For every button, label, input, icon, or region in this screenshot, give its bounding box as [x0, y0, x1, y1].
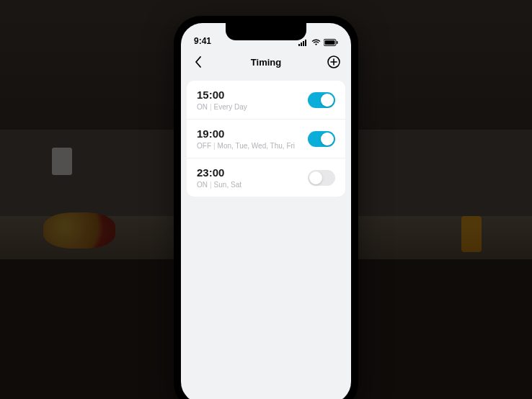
- svg-rect-5: [325, 40, 335, 45]
- timer-action: ON: [197, 103, 208, 111]
- timer-schedule: ON | Every Day: [197, 103, 247, 111]
- phone-screen: 9:41: [181, 23, 351, 399]
- timer-time: 15:00: [197, 89, 247, 101]
- screen-header: Timing: [181, 48, 351, 76]
- timer-toggle[interactable]: [308, 170, 335, 186]
- timer-action: OFF: [197, 142, 211, 150]
- separator: |: [210, 181, 212, 189]
- toggle-knob: [321, 133, 334, 145]
- status-time: 9:41: [194, 36, 211, 46]
- separator: |: [213, 142, 216, 150]
- wifi-icon: [311, 39, 321, 46]
- status-indicators: [298, 39, 338, 46]
- add-button[interactable]: [327, 55, 341, 69]
- battery-icon: [324, 39, 338, 46]
- timer-schedule: ON | Sun, Sat: [197, 181, 241, 189]
- timer-row[interactable]: 15:00 ON | Every Day: [187, 81, 345, 120]
- svg-rect-3: [305, 40, 306, 46]
- timer-time: 23:00: [197, 166, 241, 179]
- timer-days: Mon, Tue, Wed, Thu, Fri: [218, 142, 295, 150]
- timers-card: 15:00 ON | Every Day 19:00 OFF |: [187, 81, 345, 197]
- chevron-left-icon: [195, 56, 202, 68]
- timer-toggle[interactable]: [308, 131, 335, 147]
- timer-row[interactable]: 19:00 OFF | Mon, Tue, Wed, Thu, Fri: [187, 120, 345, 158]
- toggle-knob: [321, 94, 334, 107]
- svg-rect-0: [298, 44, 300, 46]
- timer-schedule: OFF | Mon, Tue, Wed, Thu, Fri: [197, 142, 295, 150]
- signal-icon: [298, 39, 309, 46]
- svg-rect-6: [337, 41, 338, 44]
- timer-days: Sun, Sat: [214, 181, 241, 189]
- svg-rect-1: [301, 42, 302, 46]
- phone-frame: 9:41: [174, 16, 358, 399]
- separator: |: [210, 103, 212, 111]
- notch: [226, 23, 306, 40]
- timer-time: 19:00: [197, 127, 295, 140]
- timer-toggle[interactable]: [308, 92, 335, 108]
- timer-action: ON: [197, 181, 208, 189]
- svg-rect-2: [303, 41, 304, 46]
- timer-row[interactable]: 23:00 ON | Sun, Sat: [187, 158, 345, 197]
- timer-days: Every Day: [214, 103, 247, 111]
- back-button[interactable]: [191, 55, 205, 69]
- timer-info: 15:00 ON | Every Day: [197, 89, 247, 111]
- timer-info: 19:00 OFF | Mon, Tue, Wed, Thu, Fri: [197, 127, 295, 150]
- page-title: Timing: [251, 57, 281, 68]
- timer-info: 23:00 ON | Sun, Sat: [197, 166, 241, 189]
- toggle-knob: [309, 171, 322, 184]
- plus-circle-icon: [327, 55, 340, 68]
